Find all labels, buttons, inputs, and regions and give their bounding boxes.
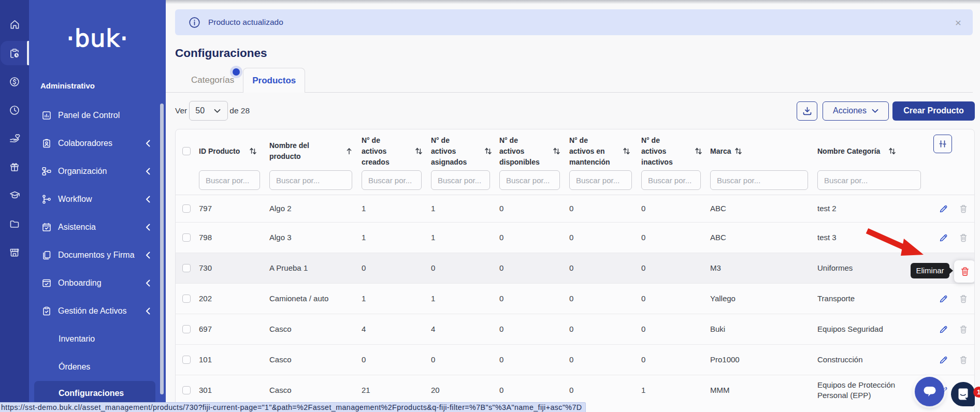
sidebar-subitem-inventario[interactable]: Inventario: [29, 325, 166, 353]
rail-item-marketplace[interactable]: [0, 238, 29, 267]
delete-icon[interactable]: [959, 356, 968, 364]
rail-item-talento[interactable]: [0, 153, 29, 181]
header-cell-activos-creados[interactable]: N° de activos creados: [362, 135, 431, 168]
tab-categorias[interactable]: Categorías: [182, 68, 243, 92]
rail-item-documentos[interactable]: [0, 210, 29, 238]
cell-categoria: Transporte: [817, 293, 930, 304]
banner-close-icon[interactable]: ×: [955, 17, 961, 28]
cell-asignados: 1: [431, 293, 499, 304]
rail-item-asistencia[interactable]: [0, 96, 29, 124]
header-cell-activos-disponibles[interactable]: N° de activos disponibles: [499, 135, 569, 168]
edit-icon[interactable]: [939, 233, 948, 242]
delete-icon[interactable]: [959, 325, 968, 334]
header-cell-activos-inactivos[interactable]: N° de activos inactivos: [641, 135, 710, 168]
row-checkbox[interactable]: [182, 356, 191, 364]
row-checkbox[interactable]: [182, 295, 191, 303]
sidebar-item-label: Asistencia: [58, 223, 96, 232]
crear-producto-button[interactable]: Crear Producto: [892, 101, 975, 121]
table-row-301[interactable]: 301 Casco 21 20 0 0 1 MMM Equipos de Pro…: [176, 375, 974, 405]
cell-actions: [930, 284, 974, 314]
select-all-checkbox[interactable]: [182, 147, 191, 155]
sidebar-item-colaboradores[interactable]: Colaboradores: [29, 129, 166, 157]
sidebar-item-gestion-de-activos[interactable]: Gestión de Activos: [29, 297, 166, 325]
delete-button-hovered[interactable]: [954, 260, 975, 283]
filter-row: [176, 170, 974, 190]
cell-nombre: Casco: [269, 324, 362, 334]
sidebar-item-onboarding[interactable]: Onboarding: [29, 269, 166, 297]
column-label: N° de activos creados: [362, 135, 404, 168]
filter-input-creados[interactable]: [362, 170, 422, 190]
edit-icon[interactable]: [939, 295, 948, 303]
tab-productos[interactable]: Productos: [243, 68, 305, 93]
download-button[interactable]: [797, 101, 817, 121]
sidebar-scrollbar-thumb[interactable]: [160, 104, 164, 394]
sort-both-icon[interactable]: [695, 147, 702, 155]
delete-icon[interactable]: [959, 204, 968, 213]
sort-both-icon[interactable]: [734, 147, 742, 155]
table-row-798[interactable]: 798 Algo 3 1 1 0 0 0 ABC test 3: [176, 222, 974, 253]
sidebar-item-documentos-y-firma[interactable]: Documentos y Firma: [29, 241, 166, 269]
rail-item-home[interactable]: [0, 10, 29, 39]
cell-asignados: 1: [431, 203, 499, 214]
sidebar-subitem-ordenes[interactable]: Órdenes: [29, 353, 166, 381]
table-row-730[interactable]: 730 A Prueba 1 0 0 0 0 0 M3 Uniformes El…: [176, 253, 974, 283]
cell-checkbox: [176, 356, 199, 364]
row-checkbox[interactable]: [182, 233, 191, 242]
table-row-101[interactable]: 101 Casco 0 0 0 0 0 Pro1000 Construcción: [176, 344, 974, 375]
cell-actions: [930, 195, 974, 222]
header-cell-nombre-categoria[interactable]: Nombre Categoría: [817, 135, 930, 168]
sidebar-item-label: Gestión de Activos: [58, 306, 127, 316]
header-cell-nombre-del-producto[interactable]: Nombre del producto: [269, 135, 362, 168]
sort-both-icon[interactable]: [623, 147, 630, 155]
storefront-icon: [9, 247, 20, 258]
sidebar-item-panel-de-control[interactable]: Panel de Control: [29, 101, 166, 129]
filter-input-asignados[interactable]: [431, 170, 490, 190]
table-row-697[interactable]: 697 Casco 4 4 0 0 0 Buki Equipos Segurid…: [176, 314, 974, 344]
rail-item-remuneraciones[interactable]: [0, 67, 29, 96]
chat-widget-button[interactable]: [951, 382, 975, 406]
row-checkbox[interactable]: [182, 386, 191, 394]
acciones-button[interactable]: Acciones: [823, 101, 889, 121]
filter-input-marca[interactable]: [710, 170, 808, 190]
sidebar-item-label: Documentos y Firma: [58, 251, 135, 260]
edit-icon[interactable]: [939, 325, 948, 334]
delete-icon[interactable]: [959, 233, 968, 242]
table-row-797[interactable]: 797 Algo 2 1 1 0 0 0 ABC test 2: [176, 195, 974, 222]
filter-input-nombre[interactable]: [269, 170, 352, 190]
header-cell-activos-en-mantencion[interactable]: N° de activos en mantención: [569, 135, 641, 168]
row-checkbox[interactable]: [182, 264, 191, 272]
cell-id: 202: [199, 293, 269, 304]
rail-item-capacitaciones[interactable]: [0, 181, 29, 210]
sort-both-icon[interactable]: [888, 147, 896, 155]
sort-both-icon[interactable]: [415, 147, 423, 155]
filter-input-categoria[interactable]: [817, 170, 921, 190]
header-cell-id-producto[interactable]: ID Producto: [199, 135, 269, 168]
filter-input-inactivos[interactable]: [641, 170, 701, 190]
sort-both-icon[interactable]: [249, 147, 257, 155]
header-cell-marca[interactable]: Marca: [710, 135, 817, 168]
rail-item-beneficios[interactable]: [0, 124, 29, 153]
sidebar-item-asistencia[interactable]: Asistencia: [29, 213, 166, 241]
edit-icon[interactable]: [939, 356, 948, 364]
chat-launcher-button[interactable]: [915, 377, 944, 406]
sidebar-item-organizacion[interactable]: Organización: [29, 157, 166, 185]
row-checkbox[interactable]: [182, 204, 191, 213]
header-cell-checkbox: [176, 135, 199, 168]
sort-asc-icon[interactable]: [345, 147, 353, 155]
edit-icon[interactable]: [939, 204, 948, 213]
table-row-202[interactable]: 202 Camioneta / auto 1 1 0 0 0 Yallego T…: [176, 283, 974, 314]
rail-item-asset-management[interactable]: [0, 39, 29, 67]
sort-both-icon[interactable]: [484, 147, 492, 155]
cell-checkbox: [176, 295, 199, 303]
sort-both-icon[interactable]: [553, 147, 560, 155]
page-size-select[interactable]: 50: [189, 101, 228, 121]
header-cell-activos-asignados[interactable]: N° de activos asignados: [431, 135, 499, 168]
column-settings-button[interactable]: [933, 135, 952, 153]
header-cell-actions: [930, 135, 974, 168]
filter-input-id-producto[interactable]: [199, 170, 260, 190]
row-checkbox[interactable]: [182, 325, 191, 333]
filter-input-disponibles[interactable]: [499, 170, 560, 190]
delete-icon[interactable]: [959, 295, 968, 303]
filter-input-mantencion[interactable]: [569, 170, 632, 190]
sidebar-item-workflow[interactable]: Workflow: [29, 185, 166, 213]
